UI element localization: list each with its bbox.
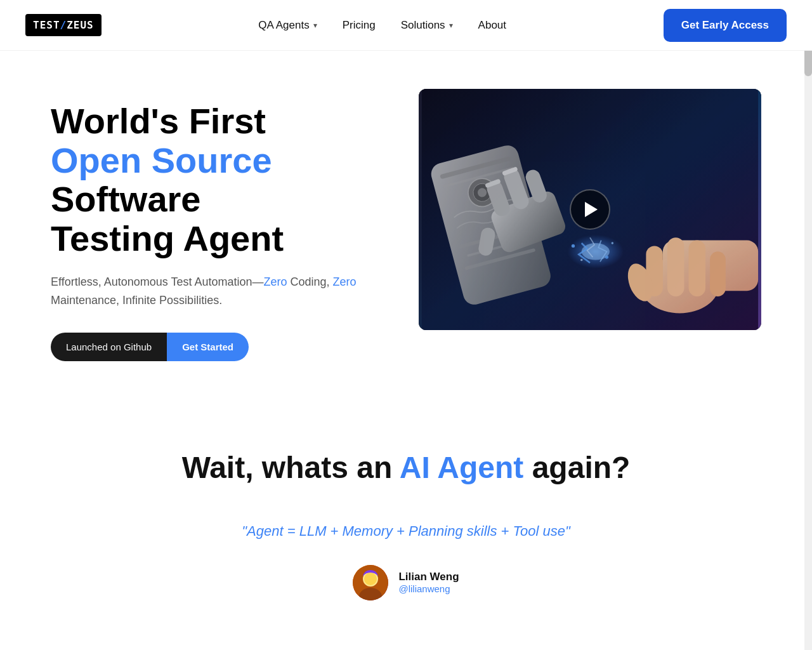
hero-heading-line4: Testing Agent (51, 218, 284, 258)
hero-heading: World's First Open Source Software Testi… (51, 102, 381, 258)
nav-item-qa-agents: QA Agents ▾ (248, 14, 327, 37)
hero-subtext-before: Effortless, Autonomous Test Automation— (51, 275, 264, 288)
launched-button[interactable]: Launched on Github (51, 333, 167, 361)
early-access-button[interactable]: Get Early Access (664, 9, 787, 42)
author-avatar-svg (353, 565, 388, 600)
nav-item-pricing: Pricing (332, 14, 386, 37)
nav-label-about: About (478, 19, 506, 32)
hero-video-container (419, 89, 761, 330)
video-play-button[interactable] (570, 189, 610, 230)
logo: TEST/ZEUS (25, 14, 102, 36)
nav-item-solutions: Solutions ▾ (391, 14, 463, 37)
logo-text-part2: ZEUS (67, 19, 94, 31)
hero-subtext-after: Maintenance, Infinite Possibilities. (51, 294, 222, 307)
scrollbar[interactable] (804, 0, 812, 650)
hero-subtext-zero1: Zero (264, 275, 287, 288)
hero-subtext-zero2: Zero (333, 275, 357, 288)
hero-section: World's First Open Source Software Testi… (51, 89, 761, 361)
nav-label-pricing: Pricing (343, 19, 376, 32)
logo-link[interactable]: TEST/ZEUS (25, 14, 102, 36)
nav-label-solutions: Solutions (401, 19, 445, 32)
nav-link-pricing[interactable]: Pricing (332, 14, 386, 37)
nav-links: QA Agents ▾ Pricing Solutions ▾ About (248, 14, 516, 37)
nav-link-solutions[interactable]: Solutions ▾ (391, 14, 463, 37)
nav-label-qa-agents: QA Agents (258, 19, 309, 32)
svg-rect-22 (710, 251, 726, 296)
author-info: Lilian Weng @lilianweng (398, 571, 459, 594)
hero-text-block: World's First Open Source Software Testi… (51, 89, 381, 361)
author-row: Lilian Weng @lilianweng (51, 565, 761, 600)
svg-point-27 (612, 242, 614, 244)
hero-heading-line1: World's First (51, 101, 266, 141)
svg-rect-20 (667, 237, 684, 296)
svg-point-29 (605, 255, 608, 258)
chevron-down-icon: ▾ (313, 21, 317, 30)
nav-link-qa-agents[interactable]: QA Agents ▾ (248, 14, 327, 37)
author-avatar (353, 565, 388, 600)
logo-slash: / (60, 19, 67, 31)
ai-heading-before: Wait, whats an (182, 451, 400, 484)
nav-link-about[interactable]: About (468, 14, 516, 37)
author-avatar-inner (353, 565, 388, 600)
get-started-button[interactable]: Get Started (167, 333, 249, 361)
ai-section: Wait, whats an AI Agent again? "Agent = … (0, 399, 812, 639)
ai-heading-after: again? (523, 451, 630, 484)
ai-heading-highlight: AI Agent (400, 451, 524, 484)
svg-point-26 (572, 244, 575, 248)
svg-point-28 (580, 259, 583, 262)
author-handle: @lilianweng (398, 583, 459, 594)
nav-item-about: About (468, 14, 516, 37)
chevron-down-icon-solutions: ▾ (449, 21, 453, 30)
logo-text-part1: TEST (33, 19, 60, 31)
hero-subtext-middle: Coding, (287, 275, 333, 288)
play-triangle-icon (585, 202, 598, 217)
svg-rect-21 (689, 241, 706, 296)
svg-point-33 (364, 573, 377, 585)
hero-heading-line2: Open Source (51, 140, 272, 180)
cta-group: Launched on Github Get Started (51, 333, 381, 361)
ai-agent-heading: Wait, whats an AI Agent again? (51, 450, 761, 485)
hero-heading-line3: Software (51, 179, 201, 219)
hero-subtext: Effortless, Autonomous Test Automation—Z… (51, 273, 381, 310)
author-name: Lilian Weng (398, 571, 459, 583)
ai-quote: "Agent = LLM + Memory + Planning skills … (51, 523, 761, 540)
navbar: TEST/ZEUS QA Agents ▾ Pricing Solutions … (0, 0, 812, 51)
hero-section-container: World's First Open Source Software Testi… (0, 51, 812, 399)
